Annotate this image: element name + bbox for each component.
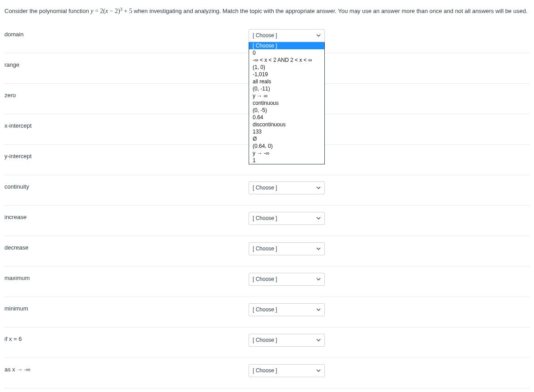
dropdown-option[interactable]: 0 bbox=[249, 49, 324, 56]
question-label-domain: domain bbox=[4, 29, 249, 38]
question-label-ifx6: if x = 6 bbox=[4, 334, 249, 342]
select-value: [ Choose ] bbox=[253, 306, 277, 313]
question-row-minimum: minimum[ Choose ] bbox=[4, 303, 530, 327]
question-label-xintercept: x-intercept bbox=[4, 121, 249, 129]
chevron-down-icon bbox=[316, 278, 321, 280]
dropdown-option[interactable]: discontinuous bbox=[249, 121, 324, 128]
answer-dropdown-domain[interactable]: [ Choose ]0-∞ < x < 2 AND 2 < x < ∞(1, 0… bbox=[249, 42, 325, 164]
chevron-down-icon bbox=[316, 186, 321, 189]
question-label-yintercept: y-intercept bbox=[4, 151, 249, 159]
chevron-down-icon bbox=[316, 34, 321, 37]
dropdown-option[interactable]: 0.64 bbox=[249, 114, 324, 121]
chevron-down-icon bbox=[316, 217, 321, 220]
dropdown-option[interactable]: [ Choose ] bbox=[249, 42, 324, 49]
dropdown-option[interactable]: 133 bbox=[249, 128, 324, 135]
question-label-range: range bbox=[4, 60, 249, 68]
dropdown-option[interactable]: continuous bbox=[249, 99, 324, 107]
chevron-down-icon bbox=[316, 308, 321, 311]
dropdown-option[interactable]: (0, -11) bbox=[249, 85, 324, 92]
question-label-increase: increase bbox=[4, 212, 249, 220]
question-row-maximum: maximum[ Choose ] bbox=[4, 273, 530, 297]
answer-select-ifx6[interactable]: [ Choose ] bbox=[249, 334, 325, 347]
dropdown-option[interactable]: -∞ < x < 2 AND 2 < x < ∞ bbox=[249, 56, 324, 64]
instruction-text: Consider the polynomial function y = 2(x… bbox=[4, 5, 530, 17]
answer-select-asxneginf[interactable]: [ Choose ] bbox=[249, 364, 325, 377]
answer-select-decrease[interactable]: [ Choose ] bbox=[249, 242, 325, 255]
dropdown-option[interactable]: (1, 0) bbox=[249, 64, 324, 71]
answer-select-domain[interactable]: [ Choose ] bbox=[249, 29, 325, 42]
select-value: [ Choose ] bbox=[253, 337, 277, 343]
question-label-zero: zero bbox=[4, 90, 249, 99]
question-label-continuity: continuity bbox=[4, 181, 249, 190]
answer-select-minimum[interactable]: [ Choose ] bbox=[249, 303, 325, 316]
answer-select-increase[interactable]: [ Choose ] bbox=[249, 212, 325, 225]
select-value: [ Choose ] bbox=[253, 367, 277, 374]
select-value: [ Choose ] bbox=[253, 215, 277, 221]
answer-select-maximum[interactable]: [ Choose ] bbox=[249, 273, 325, 286]
dropdown-option[interactable]: -1,019 bbox=[249, 71, 324, 78]
question-row-decrease: decrease[ Choose ] bbox=[4, 242, 530, 267]
dropdown-option[interactable]: y → ∞ bbox=[249, 92, 324, 99]
dropdown-option[interactable]: (0.64, 0) bbox=[249, 142, 324, 150]
question-label-decrease: decrease bbox=[4, 242, 249, 251]
question-row-continuity: continuity[ Choose ] bbox=[4, 181, 530, 206]
select-value: [ Choose ] bbox=[253, 185, 277, 191]
select-value: [ Choose ] bbox=[253, 32, 277, 39]
dropdown-option[interactable]: 1 bbox=[249, 157, 324, 164]
answer-select-continuity[interactable]: [ Choose ] bbox=[249, 181, 325, 194]
question-row-asxneginf: as x → -∞[ Choose ] bbox=[4, 364, 530, 388]
chevron-down-icon bbox=[316, 339, 321, 341]
question-label-asxneginf: as x → -∞ bbox=[4, 364, 249, 373]
select-value: [ Choose ] bbox=[253, 276, 277, 282]
select-value: [ Choose ] bbox=[253, 246, 277, 252]
question-label-minimum: minimum bbox=[4, 303, 249, 312]
dropdown-option[interactable]: Ø bbox=[249, 135, 324, 142]
dropdown-option[interactable]: (0, -5) bbox=[249, 107, 324, 114]
question-row-increase: increase[ Choose ] bbox=[4, 212, 530, 236]
dropdown-option[interactable]: all reals bbox=[249, 78, 324, 85]
dropdown-option[interactable]: y → -∞ bbox=[249, 150, 324, 157]
question-row-domain: domain[ Choose ][ Choose ]0-∞ < x < 2 AN… bbox=[4, 29, 530, 53]
question-label-maximum: maximum bbox=[4, 273, 249, 281]
question-row-ifx6: if x = 6[ Choose ] bbox=[4, 334, 530, 358]
chevron-down-icon bbox=[316, 247, 321, 250]
chevron-down-icon bbox=[316, 369, 321, 372]
